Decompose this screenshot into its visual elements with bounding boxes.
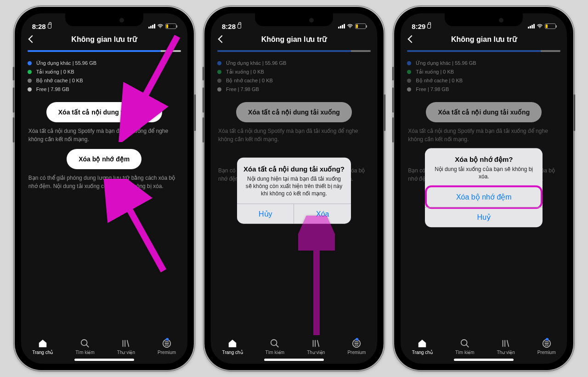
storage-bar: [217, 50, 371, 52]
battery-icon: [355, 23, 366, 29]
delete-downloads-button[interactable]: Xóa tất cả nội dung tải xuống: [46, 102, 162, 122]
notch: [65, 13, 143, 26]
svg-line-15: [317, 340, 319, 347]
page-title: Không gian lưu trữ: [211, 35, 377, 44]
tab-library[interactable]: Thư viện: [307, 338, 325, 355]
tab-premium[interactable]: Premium: [158, 338, 176, 355]
status-time: 8:28: [222, 23, 236, 30]
battery-icon: 16: [165, 23, 176, 29]
tab-library[interactable]: Thư viện: [117, 338, 135, 355]
dialog-message: Nội dung tải xuống của bạn sẽ không bị x…: [431, 166, 536, 181]
nav-header: Không gian lưu trữ: [211, 34, 377, 46]
wifi-icon: [157, 23, 164, 29]
annotation-arrow-icon: [298, 216, 335, 342]
tab-search[interactable]: Tìm kiếm: [266, 338, 285, 355]
dialog-title: Xóa tất cả nội dung tải xuống?: [243, 165, 345, 173]
confirm-delete-downloads-dialog: Xóa tất cả nội dung tải xuống? Nội dung …: [237, 157, 351, 224]
back-button[interactable]: [28, 35, 36, 43]
annotation-arrow-icon: [104, 179, 177, 282]
delete-downloads-button[interactable]: Xóa tất cả nội dung tải xuống: [236, 102, 352, 122]
signal-icon: [528, 24, 535, 29]
signal-icon: [148, 24, 155, 29]
dialog-cancel-button[interactable]: Hủy: [237, 204, 294, 224]
dialog-title: Xóa bộ nhớ đệm?: [431, 156, 536, 164]
status-time: 8:29: [412, 23, 425, 30]
tab-bar: Trang chủ Tìm kiếm Thư viện Premium: [401, 336, 567, 357]
tab-search[interactable]: Tìm kiếm: [455, 338, 475, 355]
svg-point-17: [540, 28, 541, 29]
svg-line-12: [276, 345, 279, 348]
delete-cache-button[interactable]: Xóa bộ nhớ đệm: [67, 149, 141, 169]
tab-bar: Trang chủ Tìm kiếm Thư viện Premium: [21, 336, 187, 357]
svg-point-0: [160, 28, 161, 29]
home-indicator[interactable]: [74, 359, 134, 361]
phone-frame: 8:29 Không gian lưu trữ Ứng dụng khác | …: [394, 7, 573, 370]
wifi-icon: [537, 23, 543, 29]
tab-premium[interactable]: Premium: [347, 338, 366, 355]
svg-line-22: [507, 340, 509, 347]
tab-home[interactable]: Trang chủ: [32, 338, 53, 355]
home-indicator[interactable]: [264, 359, 324, 361]
dialog-confirm-button[interactable]: Xóa bộ nhớ đệm: [427, 187, 541, 207]
dialog-cancel-button[interactable]: Huỷ: [425, 207, 543, 227]
svg-point-9: [350, 28, 351, 29]
svg-point-11: [271, 340, 277, 346]
confirm-delete-cache-dialog: Xóa bộ nhớ đệm? Nội dung tải xuống của b…: [425, 149, 543, 227]
tab-bar: Trang chủ Tìm kiếm Thư viện Premium: [211, 336, 377, 357]
back-button[interactable]: [408, 35, 416, 43]
dialog-confirm-button[interactable]: Xóa: [294, 204, 351, 224]
tab-home[interactable]: Trang chủ: [222, 338, 243, 355]
page-title: Không gian lưu trữ: [21, 35, 187, 44]
cache-help: Bạn có thể giải phóng dung lượng lưu trữ…: [28, 174, 181, 190]
svg-line-7: [127, 340, 129, 347]
status-time: 8:28: [32, 23, 46, 30]
svg-point-18: [461, 340, 467, 346]
annotation-highlight: Xóa bộ nhớ đệm: [427, 187, 541, 207]
storage-legend: Ứng dụng khác | 55.96 GB Tải xuống | 0 K…: [217, 59, 371, 97]
phone-frame: 8:28 Không gian lưu trữ Ứng dụng khác | …: [204, 7, 384, 370]
storage-legend: Ứng dụng khác | 55.96 GB Tải xuống | 0 K…: [28, 59, 181, 97]
storage-bar: [28, 50, 181, 52]
lock-icon: [427, 24, 431, 29]
lock-icon: [237, 24, 241, 29]
nav-header: Không gian lưu trữ: [401, 34, 567, 46]
downloads-help: Xóa tất cả nội dung Spotify mà bạn đã tả…: [217, 127, 371, 143]
home-indicator[interactable]: [454, 359, 514, 361]
back-button[interactable]: [218, 35, 226, 43]
phone-frame: 8:28 16 Không gian lưu trữ: [15, 7, 194, 370]
wifi-icon: [347, 23, 353, 29]
dialog-message: Nội dung hiện tại mà bạn đã tải xuống sẽ…: [243, 175, 345, 197]
tab-search[interactable]: Tìm kiếm: [75, 338, 95, 355]
tab-premium[interactable]: Premium: [537, 338, 556, 355]
downloads-help: Xóa tất cả nội dung Spotify mà bạn đã tả…: [28, 127, 181, 143]
svg-point-3: [81, 340, 87, 346]
tab-library[interactable]: Thư viện: [497, 338, 514, 355]
svg-line-19: [466, 345, 469, 348]
notch: [445, 13, 523, 26]
delete-downloads-button[interactable]: Xóa tất cả nội dung tải xuống: [426, 102, 542, 122]
downloads-help: Xóa tất cả nội dung Spotify mà bạn đã tả…: [407, 127, 560, 143]
lock-icon: [48, 24, 51, 29]
notification-dot-icon: [546, 338, 548, 341]
battery-icon: [545, 23, 556, 29]
page-title: Không gian lưu trữ: [401, 35, 567, 44]
svg-line-4: [86, 345, 89, 348]
signal-icon: [338, 24, 345, 29]
tab-home[interactable]: Trang chủ: [412, 338, 433, 355]
storage-bar: [407, 50, 560, 52]
svg-line-2: [118, 188, 164, 271]
storage-legend: Ứng dụng khác | 55.96 GB Tải xuống | 0 K…: [407, 59, 560, 97]
notch: [255, 13, 333, 26]
nav-header: Không gian lưu trữ: [21, 34, 187, 46]
